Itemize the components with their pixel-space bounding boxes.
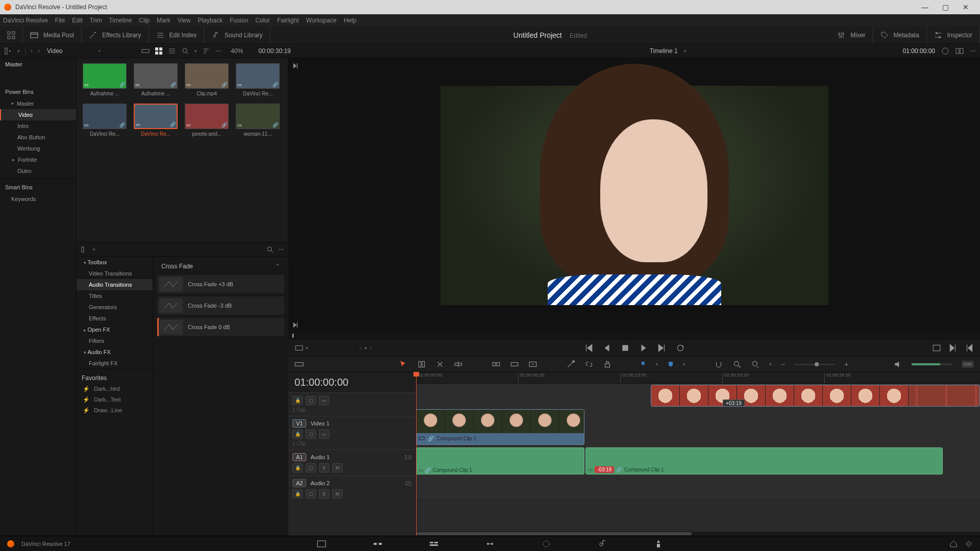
- next-edit-icon[interactable]: [291, 62, 299, 69]
- fx-tree-titles[interactable]: Titles: [77, 290, 153, 302]
- insert-clip-icon[interactable]: [492, 360, 501, 369]
- snap-icon[interactable]: [714, 360, 723, 369]
- fx-toolbox-header[interactable]: ▾ Toolbox: [77, 257, 153, 268]
- maximize-button[interactable]: ▢: [935, 3, 955, 11]
- timeline-name[interactable]: Timeline 1: [650, 47, 678, 55]
- a1-clip-1[interactable]: ▭ 🔗Compound Clip 1: [416, 447, 584, 474]
- master-bin-root[interactable]: Master: [0, 58, 76, 70]
- bin-item-intro[interactable]: Intro: [0, 120, 76, 132]
- strip-view-icon[interactable]: [141, 47, 150, 55]
- fx-audiofx-header[interactable]: ▾ Audio FX: [77, 346, 153, 358]
- nav-forward-button[interactable]: ›: [38, 47, 40, 55]
- panel-list-icon[interactable]: [81, 245, 89, 254]
- stop-button[interactable]: [621, 343, 630, 353]
- track-disable-button[interactable]: ▭: [319, 430, 329, 439]
- inspector-button[interactable]: Inspector: [947, 32, 972, 39]
- play-reverse-button[interactable]: [602, 343, 611, 353]
- a1-clip-2[interactable]: ▭ -03:19 🔗Compound Clip 1: [585, 447, 943, 474]
- metadata-button[interactable]: Metadata: [894, 32, 919, 39]
- step-start-icon[interactable]: [965, 343, 974, 353]
- trim-tool-icon[interactable]: [417, 360, 426, 369]
- menu-clip[interactable]: Clip: [139, 17, 150, 24]
- go-start-button[interactable]: [584, 343, 593, 353]
- sound-library-button[interactable]: Sound Library: [225, 32, 263, 39]
- power-bins-header[interactable]: Power Bins: [0, 86, 76, 98]
- bin-item-abo-button[interactable]: Abo Button: [0, 132, 76, 143]
- clip-thumbnail[interactable]: ▭🔗: [83, 104, 127, 129]
- zoom-search-icon[interactable]: [732, 360, 742, 369]
- track-mute-button[interactable]: M: [332, 463, 342, 472]
- viewer-more-icon[interactable]: ⋯: [970, 47, 976, 55]
- replace-clip-icon[interactable]: [528, 360, 537, 369]
- track-mute-button[interactable]: M: [332, 489, 342, 498]
- clip-thumbnail[interactable]: ▭🔗: [236, 104, 280, 129]
- fx-filters[interactable]: Filters: [77, 335, 153, 346]
- more-icon[interactable]: ⋯: [215, 47, 222, 55]
- menu-fusion[interactable]: Fusion: [230, 17, 248, 24]
- menu-file[interactable]: File: [55, 17, 65, 24]
- menu-workspace[interactable]: Workspace: [306, 17, 337, 24]
- menu-davinci-resolve[interactable]: DaVinci Resolve: [3, 17, 48, 24]
- playhead[interactable]: [416, 372, 416, 536]
- zoom-slider[interactable]: [794, 364, 835, 365]
- viewer-zoom[interactable]: 40%: [231, 47, 243, 55]
- a1-track-name[interactable]: Audio 1: [310, 454, 329, 460]
- cut-page-icon[interactable]: [373, 539, 383, 549]
- timeline-scrollbar[interactable]: [416, 532, 980, 536]
- viewer-scrubber[interactable]: [288, 333, 980, 339]
- v1-clip[interactable]: 🔗 Compound Clip 1: [416, 409, 584, 445]
- v1-badge[interactable]: V1: [292, 419, 306, 428]
- mixer-button[interactable]: Mixer: [850, 32, 865, 39]
- zoom-out-button[interactable]: −: [781, 360, 785, 368]
- track-disable-button[interactable]: ▭: [319, 396, 329, 405]
- mediapool-button[interactable]: Media Pool: [43, 32, 74, 39]
- smart-bins-header[interactable]: Smart Bins: [0, 181, 76, 193]
- play-button[interactable]: [639, 343, 648, 353]
- fx-tree-effects[interactable]: Effects: [77, 313, 153, 324]
- edit-index-button[interactable]: Edit Index: [169, 32, 197, 39]
- track-solo-button[interactable]: S: [319, 489, 329, 498]
- marker-dropdown-icon[interactable]: ▾: [683, 362, 685, 367]
- fx-preset[interactable]: Cross Fade +3 dB: [157, 275, 284, 293]
- v2-clip[interactable]: +03:19 🔗 Compound C +03:19: [651, 385, 980, 407]
- fx-openfx-header[interactable]: ▸ Open FX: [77, 324, 153, 335]
- speaker-icon[interactable]: [893, 360, 902, 369]
- dim-button[interactable]: DIM: [962, 361, 974, 368]
- media-page-icon[interactable]: [316, 539, 327, 549]
- prev-edit-icon[interactable]: [291, 321, 299, 329]
- fusion-page-icon[interactable]: [485, 539, 495, 549]
- track-lock-button[interactable]: 🔒: [292, 430, 303, 439]
- smartbin-keywords[interactable]: Keywords: [0, 193, 76, 205]
- fullscreen-icon[interactable]: [7, 31, 15, 39]
- fx-preset[interactable]: Cross Fade 0 dB: [157, 318, 284, 336]
- nav-next-icon[interactable]: ›: [370, 345, 372, 351]
- powerbin-master[interactable]: ▾Master: [0, 98, 76, 109]
- favorite-item[interactable]: ⚡Dark...Text: [82, 394, 148, 405]
- clip-thumbnail[interactable]: ▭🔗: [185, 104, 229, 129]
- blade-tool-icon[interactable]: [454, 360, 463, 369]
- favorite-item[interactable]: ⚡Draw...Line: [82, 405, 148, 416]
- poollist-icon[interactable]: [4, 47, 12, 55]
- go-end-button[interactable]: [657, 343, 667, 353]
- zoom-dropdown-icon[interactable]: [751, 360, 760, 369]
- bin-item-werbung[interactable]: Werbung: [0, 143, 76, 154]
- timeline-view-options-icon[interactable]: [295, 360, 304, 369]
- dynamic-trim-icon[interactable]: [435, 360, 445, 369]
- bin-item-video[interactable]: Video: [0, 109, 76, 120]
- colorwheel-icon[interactable]: [941, 47, 949, 55]
- effects-library-button[interactable]: Effects Library: [102, 32, 141, 39]
- menu-help[interactable]: Help: [344, 17, 356, 24]
- edit-page-icon[interactable]: [429, 539, 439, 549]
- clip-thumbnail[interactable]: ▭🔗: [185, 63, 229, 89]
- track-solo-button[interactable]: S: [319, 463, 329, 472]
- a2-track-name[interactable]: Audio 2: [310, 480, 329, 486]
- close-button[interactable]: ✕: [955, 3, 976, 11]
- chevron-down-icon[interactable]: ▾: [93, 247, 95, 252]
- track-autoselect-button[interactable]: ▢: [306, 430, 316, 439]
- blade-edit-icon[interactable]: [566, 360, 575, 369]
- clip-thumbnail[interactable]: ▭🔗: [83, 63, 127, 89]
- deliver-page-icon[interactable]: [653, 539, 664, 549]
- search-icon[interactable]: [181, 47, 189, 55]
- bin-item-outro[interactable]: Outro: [0, 165, 76, 177]
- marker-icon[interactable]: [668, 361, 674, 367]
